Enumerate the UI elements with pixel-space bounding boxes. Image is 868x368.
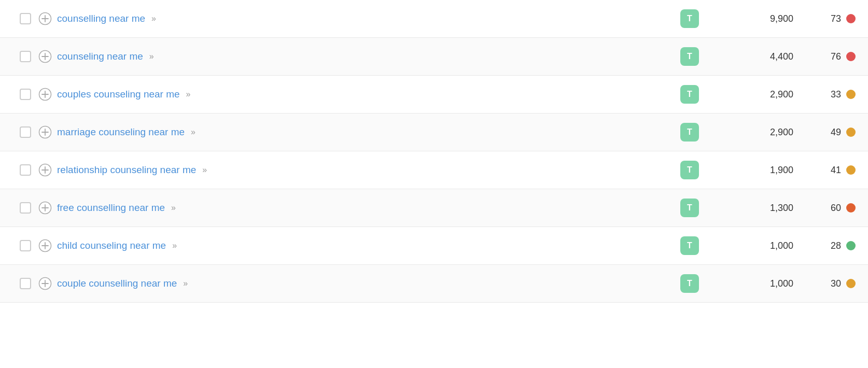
volume-col: 2,900: [710, 127, 793, 138]
row-checkbox[interactable]: [20, 240, 31, 251]
difficulty-dot: [846, 241, 856, 250]
volume-value: 2,900: [770, 89, 793, 100]
table-row: child counseling near me » T 1,000 28: [0, 227, 868, 265]
type-badge: T: [680, 47, 699, 66]
difficulty-number: 30: [831, 278, 841, 289]
row-checkbox[interactable]: [20, 51, 31, 62]
volume-value: 9,900: [770, 13, 793, 24]
difficulty-dot: [846, 90, 856, 99]
add-circle-icon[interactable]: [38, 88, 52, 101]
volume-col: 1,900: [710, 165, 793, 176]
difficulty-col: 30: [793, 278, 856, 289]
keyword-text[interactable]: counseling near me: [57, 51, 143, 62]
difficulty-dot: [846, 203, 856, 213]
checkbox-col: [12, 240, 38, 251]
keyword-text[interactable]: free counselling near me: [57, 202, 165, 214]
checkbox-col: [12, 164, 38, 176]
difficulty-number: 73: [831, 13, 841, 24]
difficulty-number: 76: [831, 51, 841, 62]
keyword-text[interactable]: couple counselling near me: [57, 278, 177, 289]
add-circle-icon[interactable]: [38, 239, 52, 252]
arrow-icon: »: [191, 128, 195, 137]
add-circle-icon[interactable]: [38, 50, 52, 63]
table-row: relationship counseling near me » T 1,90…: [0, 151, 868, 189]
volume-value: 1,000: [770, 240, 793, 251]
keyword-col: marriage counseling near me »: [38, 125, 669, 139]
row-checkbox[interactable]: [20, 202, 31, 214]
difficulty-col: 76: [793, 51, 856, 62]
table-row: couple counselling near me » T 1,000 30: [0, 265, 868, 303]
difficulty-col: 33: [793, 89, 856, 100]
table-row: counselling near me » T 9,900 73: [0, 0, 868, 38]
row-checkbox[interactable]: [20, 278, 31, 289]
row-checkbox[interactable]: [20, 126, 31, 138]
difficulty-col: 28: [793, 240, 856, 251]
checkbox-col: [12, 89, 38, 100]
keyword-text[interactable]: relationship counseling near me: [57, 164, 196, 176]
difficulty-number: 28: [831, 240, 841, 251]
keyword-col: counselling near me »: [38, 12, 669, 25]
difficulty-col: 60: [793, 203, 856, 214]
add-circle-icon[interactable]: [38, 201, 52, 215]
type-col: T: [669, 9, 710, 28]
type-badge: T: [680, 199, 699, 217]
volume-value: 1,300: [770, 203, 793, 213]
arrow-icon: »: [202, 165, 207, 175]
checkbox-col: [12, 202, 38, 214]
add-circle-icon[interactable]: [38, 125, 52, 139]
arrow-icon: »: [186, 90, 191, 99]
keyword-col: child counseling near me »: [38, 239, 669, 252]
keyword-text[interactable]: counselling near me: [57, 13, 145, 24]
keyword-col: couple counselling near me »: [38, 277, 669, 290]
arrow-icon: »: [183, 279, 188, 288]
type-badge: T: [680, 274, 699, 293]
difficulty-number: 41: [831, 165, 841, 176]
arrow-icon: »: [151, 14, 156, 23]
add-circle-icon[interactable]: [38, 12, 52, 25]
keyword-col: counseling near me »: [38, 50, 669, 63]
row-checkbox[interactable]: [20, 164, 31, 176]
difficulty-dot: [846, 165, 856, 175]
volume-value: 2,900: [770, 127, 793, 137]
volume-col: 4,400: [710, 51, 793, 62]
volume-col: 9,900: [710, 13, 793, 24]
type-col: T: [669, 236, 710, 255]
checkbox-col: [12, 51, 38, 62]
type-badge: T: [680, 85, 699, 104]
keyword-text[interactable]: couples counseling near me: [57, 89, 180, 100]
type-badge: T: [680, 123, 699, 141]
difficulty-number: 49: [831, 127, 841, 138]
checkbox-col: [12, 126, 38, 138]
difficulty-col: 49: [793, 127, 856, 138]
keyword-text[interactable]: child counseling near me: [57, 240, 166, 251]
keyword-col: couples counseling near me »: [38, 88, 669, 101]
arrow-icon: »: [171, 203, 176, 213]
volume-col: 1,000: [710, 240, 793, 251]
difficulty-dot: [846, 14, 856, 23]
type-col: T: [669, 85, 710, 104]
difficulty-dot: [846, 279, 856, 288]
keyword-col: relationship counseling near me »: [38, 163, 669, 177]
difficulty-dot: [846, 52, 856, 61]
difficulty-col: 73: [793, 13, 856, 24]
arrow-icon: »: [149, 52, 154, 61]
volume-value: 1,900: [770, 165, 793, 175]
type-col: T: [669, 47, 710, 66]
type-col: T: [669, 199, 710, 217]
keyword-table: counselling near me » T 9,900 73: [0, 0, 868, 368]
add-circle-icon[interactable]: [38, 277, 52, 290]
table-row: free counselling near me » T 1,300 60: [0, 189, 868, 227]
type-col: T: [669, 161, 710, 179]
row-checkbox[interactable]: [20, 89, 31, 100]
volume-col: 2,900: [710, 89, 793, 100]
volume-value: 4,400: [770, 51, 793, 62]
add-circle-icon[interactable]: [38, 163, 52, 177]
table-row: counseling near me » T 4,400 76: [0, 38, 868, 76]
type-col: T: [669, 123, 710, 141]
difficulty-number: 60: [831, 203, 841, 214]
type-col: T: [669, 274, 710, 293]
difficulty-dot: [846, 128, 856, 137]
keyword-text[interactable]: marriage counseling near me: [57, 126, 185, 138]
row-checkbox[interactable]: [20, 13, 31, 24]
type-badge: T: [680, 9, 699, 28]
